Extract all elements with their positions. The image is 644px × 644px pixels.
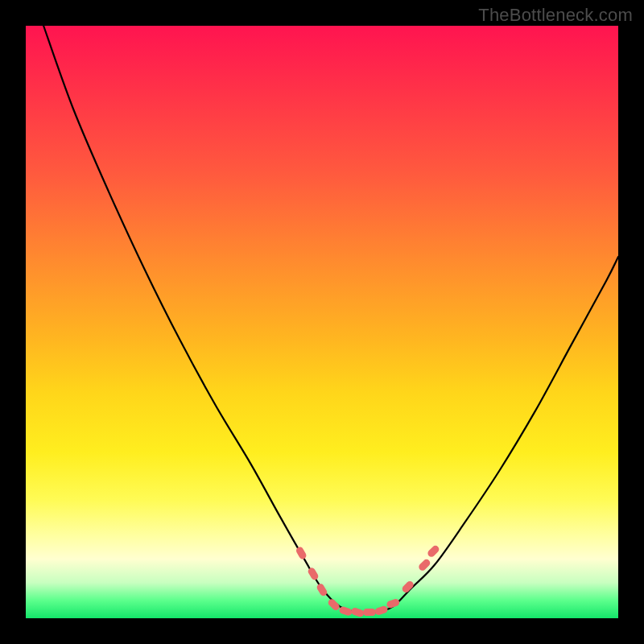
bottleneck-curve <box>43 26 618 613</box>
bead <box>401 580 415 594</box>
bead <box>307 567 320 581</box>
curve-layer <box>26 26 618 618</box>
bead <box>374 605 389 617</box>
bead <box>427 544 441 559</box>
plot-area <box>26 26 618 618</box>
bead <box>350 607 365 618</box>
bead <box>363 609 376 616</box>
outer-frame: TheBottleneck.com <box>0 0 644 644</box>
watermark-text: TheBottleneck.com <box>478 5 633 26</box>
bead <box>327 597 341 612</box>
